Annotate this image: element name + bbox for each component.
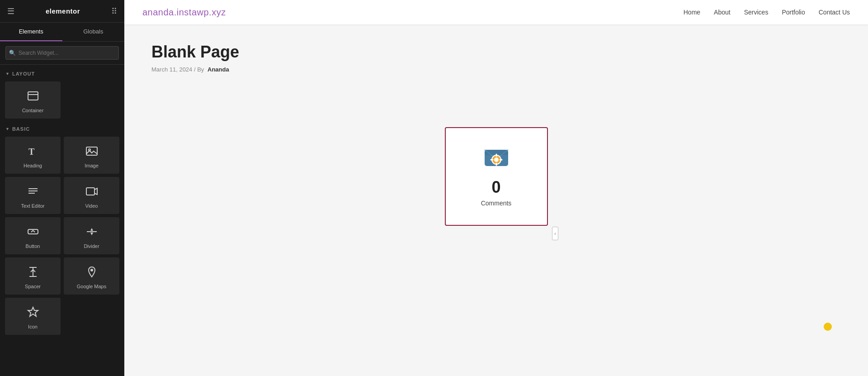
button-icon [27, 225, 39, 240]
widget-icon[interactable]: Icon [5, 298, 61, 335]
svg-rect-9 [28, 229, 38, 234]
widget-spacer[interactable]: Spacer [5, 257, 61, 295]
widget-google-maps-label: Google Maps [77, 284, 106, 289]
cursor-dot [824, 323, 832, 331]
widget-video-label: Video [85, 203, 98, 209]
basic-arrow-icon: ▼ [5, 127, 10, 131]
svg-rect-8 [86, 188, 94, 195]
svg-point-20 [90, 269, 93, 271]
layout-widget-grid: Container [0, 80, 124, 120]
search-icon: 🔍 [9, 50, 16, 56]
comments-widget: 0 Comments [445, 127, 548, 226]
main-area: ananda.instawp.xyz Home About Services P… [124, 0, 868, 376]
image-icon [85, 145, 98, 159]
video-icon [85, 185, 98, 200]
svg-marker-13 [90, 228, 93, 231]
text-editor-icon [27, 185, 39, 200]
icon-widget-icon [27, 306, 39, 320]
widget-container-area: 0 Comments ‹ [151, 91, 841, 362]
widget-image[interactable]: Image [64, 137, 119, 174]
nav-about[interactable]: About [714, 9, 731, 16]
widget-image-label: Image [85, 163, 99, 168]
widget-heading-label: Heading [24, 163, 42, 168]
comments-label: Comments [481, 200, 512, 207]
sidebar-content: ▼ Layout Container ▼ Basic [0, 65, 124, 376]
widget-spacer-label: Spacer [25, 284, 41, 289]
nav-home[interactable]: Home [684, 9, 700, 16]
tab-globals[interactable]: Globals [62, 23, 125, 41]
page-author: Ananda [208, 66, 229, 73]
svg-text:T: T [28, 147, 35, 157]
widget-video[interactable]: Video [64, 177, 119, 214]
widget-container-label: Container [22, 108, 44, 113]
widget-heading[interactable]: T Heading [5, 137, 61, 174]
svg-line-11 [33, 230, 35, 232]
sidebar: ☰ elementor ⠿ Elements Globals 🔍 ▼ Layou… [0, 0, 124, 376]
widget-text-editor-label: Text Editor [21, 203, 45, 209]
spacer-icon [27, 266, 39, 280]
svg-marker-14 [90, 233, 93, 235]
section-header-basic: ▼ Basic [0, 120, 124, 135]
nav-contact[interactable]: Contact Us [819, 9, 850, 16]
sidebar-tabs: Elements Globals [0, 23, 124, 42]
collapse-handle[interactable]: ‹ [552, 227, 558, 240]
page-by-label: By [197, 66, 204, 73]
comments-count: 0 [491, 178, 500, 197]
widget-divider[interactable]: Divider [64, 217, 119, 254]
page-meta: March 11, 2024 / By Ananda [151, 66, 841, 73]
google-maps-icon [85, 266, 98, 280]
comments-icon-wrapper [483, 146, 510, 171]
hamburger-icon[interactable]: ☰ [7, 6, 14, 16]
nav-services[interactable]: Services [744, 9, 769, 16]
basic-widget-grid: T Heading Image [0, 135, 124, 336]
widget-icon-label: Icon [28, 324, 38, 329]
divider-icon [85, 225, 98, 240]
svg-rect-0 [28, 92, 38, 100]
tab-elements[interactable]: Elements [0, 23, 62, 41]
search-input[interactable] [5, 46, 119, 60]
heading-icon: T [27, 145, 39, 159]
sidebar-header: ☰ elementor ⠿ [0, 0, 124, 23]
top-nav: ananda.instawp.xyz Home About Services P… [124, 0, 868, 24]
container-icon [27, 90, 39, 104]
site-title: ananda.instawp.xyz [142, 7, 226, 18]
page-date: March 11, 2024 [151, 66, 192, 73]
widget-divider-label: Divider [84, 243, 99, 249]
svg-rect-3 [86, 147, 97, 155]
widget-google-maps[interactable]: Google Maps [64, 257, 119, 295]
svg-marker-21 [28, 307, 38, 316]
comments-envelope-icon [483, 146, 510, 169]
sidebar-search-wrapper: 🔍 [0, 42, 124, 65]
widget-button-label: Button [26, 243, 40, 249]
grid-icon[interactable]: ⠿ [111, 6, 117, 16]
section-header-layout: ▼ Layout [0, 65, 124, 80]
nav-portfolio[interactable]: Portfolio [782, 9, 805, 16]
page-content: Blank Page March 11, 2024 / By Ananda [124, 24, 868, 376]
layout-arrow-icon: ▼ [5, 71, 10, 76]
widget-text-editor[interactable]: Text Editor [5, 177, 61, 214]
svg-point-25 [494, 157, 499, 162]
sidebar-logo: elementor [46, 7, 80, 15]
page-title: Blank Page [151, 43, 841, 62]
widget-container[interactable]: Container [5, 81, 61, 119]
nav-links: Home About Services Portfolio Contact Us [684, 9, 850, 16]
widget-button[interactable]: Button [5, 217, 61, 254]
